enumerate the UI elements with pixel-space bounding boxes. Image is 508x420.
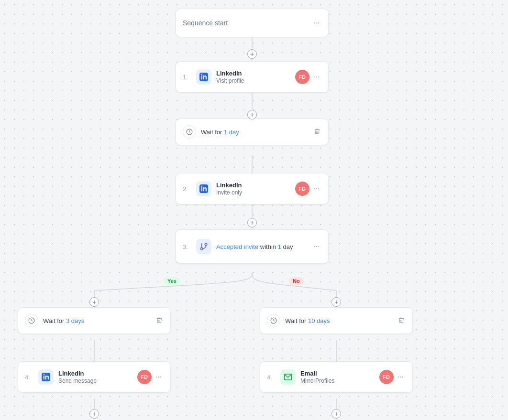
step-4-no-email-icon bbox=[280, 369, 296, 385]
step-2-platform: LinkedIn bbox=[216, 182, 291, 189]
step-1-card: 1. LinkedIn Visit profile FD ··· bbox=[176, 61, 329, 93]
wait-yes-card: Wait for 3 days bbox=[18, 307, 171, 334]
wait-yes-text: Wait for 3 days bbox=[43, 317, 155, 324]
wait-1-delete[interactable] bbox=[313, 127, 321, 137]
wait-yes-value: 3 days bbox=[66, 317, 84, 324]
step-4-no-number: 4. bbox=[267, 374, 276, 381]
no-label: No bbox=[289, 277, 304, 285]
step-4-no-action: MirrorProfiles bbox=[300, 377, 375, 384]
sequence-start-more[interactable]: ··· bbox=[311, 18, 321, 28]
wait-no-delete[interactable] bbox=[397, 316, 406, 326]
step-3-info: Accepted invite within 1 day bbox=[216, 243, 309, 250]
svg-point-13 bbox=[200, 248, 203, 250]
step-4-no-card: 4. Email MirrorProfiles FD ··· bbox=[260, 361, 413, 393]
wait-no-text: Wait for 10 days bbox=[285, 317, 397, 324]
step-3-more[interactable]: ··· bbox=[311, 241, 321, 252]
add-step-3[interactable]: + bbox=[247, 218, 257, 227]
yes-label: Yes bbox=[164, 277, 180, 285]
add-step-1[interactable]: + bbox=[247, 49, 257, 59]
step-3-number: 3. bbox=[183, 243, 192, 250]
svg-point-12 bbox=[205, 243, 207, 246]
sequence-start-title: Sequence start bbox=[183, 19, 228, 27]
step-3-accepted: Accepted invite bbox=[216, 243, 258, 250]
wait-1-card: Wait for 1 day bbox=[176, 118, 329, 145]
step-1-avatar: FD bbox=[295, 70, 309, 84]
wait-1-text: Wait for 1 day bbox=[201, 129, 313, 136]
step-4-yes-action: Send message bbox=[58, 377, 133, 384]
step-4-yes-more[interactable]: ··· bbox=[154, 372, 164, 382]
step-2-avatar: FD bbox=[295, 182, 309, 196]
step-2-linkedin-icon bbox=[196, 181, 211, 196]
step-1-platform: LinkedIn bbox=[216, 70, 291, 77]
wait-yes-clock-icon bbox=[25, 314, 38, 327]
step-1-more[interactable]: ··· bbox=[311, 72, 321, 82]
wait-no-clock-icon bbox=[267, 314, 280, 327]
wait-1-clock-icon bbox=[183, 125, 196, 139]
wait-no-value: 10 days bbox=[308, 317, 330, 324]
step-4-yes-number: 4. bbox=[25, 374, 34, 381]
step-3-branch-card: 3. Accepted invite within 1 day ··· bbox=[176, 229, 329, 264]
step-4-yes-info: LinkedIn Send message bbox=[58, 370, 133, 384]
add-yes-bottom[interactable]: + bbox=[89, 409, 99, 419]
step-1-number: 1. bbox=[183, 74, 192, 81]
step-2-number: 2. bbox=[183, 185, 192, 193]
step-2-action: Invite only bbox=[216, 189, 291, 196]
add-step-2[interactable]: + bbox=[247, 110, 257, 119]
step-4-yes-card: 4. LinkedIn Send message FD ··· bbox=[18, 361, 171, 393]
step-4-no-avatar: FD bbox=[379, 370, 394, 384]
wait-yes-delete[interactable] bbox=[155, 316, 164, 326]
add-no-bottom[interactable]: + bbox=[331, 409, 341, 419]
step-4-yes-linkedin-icon bbox=[38, 369, 54, 385]
step-4-no-info: Email MirrorProfiles bbox=[300, 370, 375, 384]
sequence-start-card: Sequence start ··· bbox=[176, 9, 329, 37]
step-2-card: 2. LinkedIn Invite only FD ··· bbox=[176, 173, 329, 205]
wait-no-card: Wait for 10 days bbox=[260, 307, 413, 334]
add-yes-step[interactable]: + bbox=[89, 297, 99, 307]
wait-1-value: 1 day bbox=[224, 129, 239, 136]
step-3-branch-icon bbox=[196, 239, 211, 254]
step-2-more[interactable]: ··· bbox=[311, 183, 321, 194]
add-no-step[interactable]: + bbox=[331, 297, 341, 307]
step-2-info: LinkedIn Invite only bbox=[216, 182, 291, 196]
step-1-linkedin-icon bbox=[196, 69, 211, 85]
step-4-no-platform: Email bbox=[300, 370, 375, 377]
step-4-yes-platform: LinkedIn bbox=[58, 370, 133, 377]
step-1-action: Visit profile bbox=[216, 77, 291, 84]
step-4-no-more[interactable]: ··· bbox=[396, 372, 406, 382]
step-4-yes-avatar: FD bbox=[137, 370, 152, 384]
step-3-days: 1 bbox=[278, 243, 281, 250]
step-1-info: LinkedIn Visit profile bbox=[216, 70, 291, 84]
step-3-branch-text: Accepted invite within 1 day bbox=[216, 243, 309, 250]
